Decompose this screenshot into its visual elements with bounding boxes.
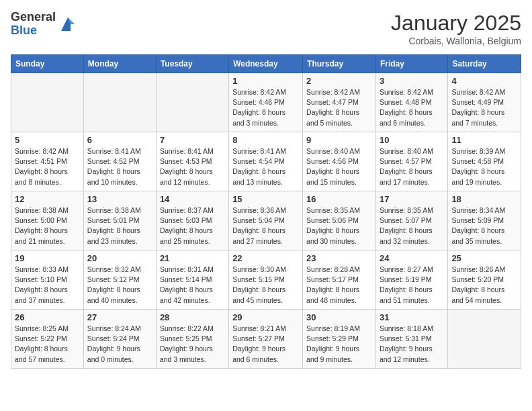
calendar-week-row: 26Sunrise: 8:25 AM Sunset: 5:22 PM Dayli… bbox=[11, 310, 521, 369]
day-number: 26 bbox=[15, 312, 80, 322]
day-number: 19 bbox=[15, 253, 80, 263]
day-number: 12 bbox=[15, 194, 80, 204]
calendar-cell: 6Sunrise: 8:41 AM Sunset: 4:52 PM Daylig… bbox=[83, 132, 156, 191]
logo: General Blue bbox=[11, 11, 77, 38]
calendar-cell: 4Sunrise: 8:42 AM Sunset: 4:49 PM Daylig… bbox=[448, 73, 521, 132]
day-number: 18 bbox=[451, 194, 517, 204]
day-info: Sunrise: 8:40 AM Sunset: 4:57 PM Dayligh… bbox=[380, 146, 444, 187]
calendar-cell: 8Sunrise: 8:41 AM Sunset: 4:54 PM Daylig… bbox=[229, 132, 303, 191]
day-number: 31 bbox=[380, 312, 444, 322]
day-number: 17 bbox=[380, 194, 444, 204]
logo-text: General Blue bbox=[11, 11, 56, 38]
calendar-cell: 24Sunrise: 8:27 AM Sunset: 5:19 PM Dayli… bbox=[375, 250, 447, 310]
calendar-week-row: 5Sunrise: 8:42 AM Sunset: 4:51 PM Daylig… bbox=[11, 132, 521, 191]
day-number: 22 bbox=[232, 253, 299, 263]
calendar-cell: 25Sunrise: 8:26 AM Sunset: 5:20 PM Dayli… bbox=[448, 250, 521, 310]
page-header: General Blue January 2025 Corbais, Wallo… bbox=[11, 11, 521, 46]
location-subtitle: Corbais, Wallonia, Belgium bbox=[391, 36, 521, 46]
calendar-cell: 15Sunrise: 8:36 AM Sunset: 5:04 PM Dayli… bbox=[229, 191, 303, 250]
calendar-cell: 2Sunrise: 8:42 AM Sunset: 4:47 PM Daylig… bbox=[303, 73, 376, 132]
day-info: Sunrise: 8:18 AM Sunset: 5:31 PM Dayligh… bbox=[380, 324, 444, 365]
day-number: 10 bbox=[380, 135, 444, 145]
logo-icon bbox=[58, 15, 77, 34]
month-title: January 2025 bbox=[391, 11, 521, 36]
day-number: 21 bbox=[160, 253, 225, 263]
calendar-cell: 11Sunrise: 8:39 AM Sunset: 4:58 PM Dayli… bbox=[448, 132, 521, 191]
day-info: Sunrise: 8:39 AM Sunset: 4:58 PM Dayligh… bbox=[451, 146, 517, 187]
day-info: Sunrise: 8:41 AM Sunset: 4:53 PM Dayligh… bbox=[160, 146, 225, 187]
day-number: 3 bbox=[380, 76, 444, 86]
day-info: Sunrise: 8:30 AM Sunset: 5:15 PM Dayligh… bbox=[232, 265, 299, 306]
day-info: Sunrise: 8:41 AM Sunset: 4:52 PM Dayligh… bbox=[87, 146, 152, 187]
weekday-header: Friday bbox=[375, 55, 447, 73]
day-info: Sunrise: 8:22 AM Sunset: 5:25 PM Dayligh… bbox=[160, 324, 225, 365]
title-block: January 2025 Corbais, Wallonia, Belgium bbox=[391, 11, 521, 46]
day-number: 4 bbox=[451, 76, 517, 86]
calendar-cell: 30Sunrise: 8:19 AM Sunset: 5:29 PM Dayli… bbox=[303, 310, 376, 369]
calendar-cell bbox=[83, 73, 156, 132]
calendar-cell: 20Sunrise: 8:32 AM Sunset: 5:12 PM Dayli… bbox=[83, 250, 156, 310]
day-info: Sunrise: 8:35 AM Sunset: 5:07 PM Dayligh… bbox=[380, 205, 444, 246]
day-info: Sunrise: 8:41 AM Sunset: 4:54 PM Dayligh… bbox=[232, 146, 299, 187]
day-info: Sunrise: 8:35 AM Sunset: 5:06 PM Dayligh… bbox=[306, 205, 372, 246]
calendar-cell: 23Sunrise: 8:28 AM Sunset: 5:17 PM Dayli… bbox=[303, 250, 376, 310]
day-number: 24 bbox=[380, 253, 444, 263]
day-number: 28 bbox=[160, 312, 225, 322]
calendar-cell: 3Sunrise: 8:42 AM Sunset: 4:48 PM Daylig… bbox=[375, 73, 447, 132]
day-number: 1 bbox=[232, 76, 299, 86]
day-info: Sunrise: 8:36 AM Sunset: 5:04 PM Dayligh… bbox=[232, 205, 299, 246]
weekday-row: SundayMondayTuesdayWednesdayThursdayFrid… bbox=[11, 55, 521, 73]
weekday-header: Sunday bbox=[11, 55, 84, 73]
calendar-cell: 29Sunrise: 8:21 AM Sunset: 5:27 PM Dayli… bbox=[229, 310, 303, 369]
calendar-cell: 27Sunrise: 8:24 AM Sunset: 5:24 PM Dayli… bbox=[83, 310, 156, 369]
calendar-week-row: 12Sunrise: 8:38 AM Sunset: 5:00 PM Dayli… bbox=[11, 191, 521, 250]
logo-blue: Blue bbox=[11, 24, 56, 38]
day-number: 11 bbox=[451, 135, 517, 145]
calendar-cell: 21Sunrise: 8:31 AM Sunset: 5:14 PM Dayli… bbox=[156, 250, 228, 310]
day-number: 6 bbox=[87, 135, 152, 145]
calendar-header: SundayMondayTuesdayWednesdayThursdayFrid… bbox=[11, 55, 521, 73]
calendar-body: 1Sunrise: 8:42 AM Sunset: 4:46 PM Daylig… bbox=[11, 73, 521, 369]
day-number: 20 bbox=[87, 253, 152, 263]
day-number: 29 bbox=[232, 312, 299, 322]
calendar-cell bbox=[156, 73, 228, 132]
calendar-cell: 31Sunrise: 8:18 AM Sunset: 5:31 PM Dayli… bbox=[375, 310, 447, 369]
day-info: Sunrise: 8:40 AM Sunset: 4:56 PM Dayligh… bbox=[306, 146, 372, 187]
calendar-cell: 9Sunrise: 8:40 AM Sunset: 4:56 PM Daylig… bbox=[303, 132, 376, 191]
day-info: Sunrise: 8:19 AM Sunset: 5:29 PM Dayligh… bbox=[306, 324, 372, 365]
day-info: Sunrise: 8:42 AM Sunset: 4:46 PM Dayligh… bbox=[232, 87, 299, 128]
day-info: Sunrise: 8:38 AM Sunset: 5:01 PM Dayligh… bbox=[87, 205, 152, 246]
calendar-cell: 12Sunrise: 8:38 AM Sunset: 5:00 PM Dayli… bbox=[11, 191, 84, 250]
day-info: Sunrise: 8:32 AM Sunset: 5:12 PM Dayligh… bbox=[87, 265, 152, 306]
weekday-header: Saturday bbox=[448, 55, 521, 73]
day-info: Sunrise: 8:26 AM Sunset: 5:20 PM Dayligh… bbox=[451, 265, 517, 306]
day-number: 8 bbox=[232, 135, 299, 145]
calendar-cell: 26Sunrise: 8:25 AM Sunset: 5:22 PM Dayli… bbox=[11, 310, 84, 369]
day-info: Sunrise: 8:38 AM Sunset: 5:00 PM Dayligh… bbox=[15, 205, 80, 246]
day-number: 30 bbox=[306, 312, 372, 322]
calendar-week-row: 19Sunrise: 8:33 AM Sunset: 5:10 PM Dayli… bbox=[11, 250, 521, 310]
day-number: 23 bbox=[306, 253, 372, 263]
weekday-header: Monday bbox=[83, 55, 156, 73]
day-info: Sunrise: 8:42 AM Sunset: 4:51 PM Dayligh… bbox=[15, 146, 80, 187]
calendar-cell: 1Sunrise: 8:42 AM Sunset: 4:46 PM Daylig… bbox=[229, 73, 303, 132]
day-info: Sunrise: 8:24 AM Sunset: 5:24 PM Dayligh… bbox=[87, 324, 152, 365]
calendar-cell bbox=[11, 73, 84, 132]
day-number: 2 bbox=[306, 76, 372, 86]
day-info: Sunrise: 8:31 AM Sunset: 5:14 PM Dayligh… bbox=[160, 265, 225, 306]
day-info: Sunrise: 8:42 AM Sunset: 4:48 PM Dayligh… bbox=[380, 87, 444, 128]
weekday-header: Tuesday bbox=[156, 55, 228, 73]
calendar-cell: 5Sunrise: 8:42 AM Sunset: 4:51 PM Daylig… bbox=[11, 132, 84, 191]
calendar-cell: 22Sunrise: 8:30 AM Sunset: 5:15 PM Dayli… bbox=[229, 250, 303, 310]
day-number: 7 bbox=[160, 135, 225, 145]
day-number: 5 bbox=[15, 135, 80, 145]
weekday-header: Wednesday bbox=[229, 55, 303, 73]
calendar-cell: 18Sunrise: 8:34 AM Sunset: 5:09 PM Dayli… bbox=[448, 191, 521, 250]
day-info: Sunrise: 8:37 AM Sunset: 5:03 PM Dayligh… bbox=[160, 205, 225, 246]
day-number: 27 bbox=[87, 312, 152, 322]
calendar-cell: 16Sunrise: 8:35 AM Sunset: 5:06 PM Dayli… bbox=[303, 191, 376, 250]
day-info: Sunrise: 8:42 AM Sunset: 4:47 PM Dayligh… bbox=[306, 87, 372, 128]
day-info: Sunrise: 8:42 AM Sunset: 4:49 PM Dayligh… bbox=[451, 87, 517, 128]
calendar-cell bbox=[448, 310, 521, 369]
calendar-cell: 14Sunrise: 8:37 AM Sunset: 5:03 PM Dayli… bbox=[156, 191, 228, 250]
